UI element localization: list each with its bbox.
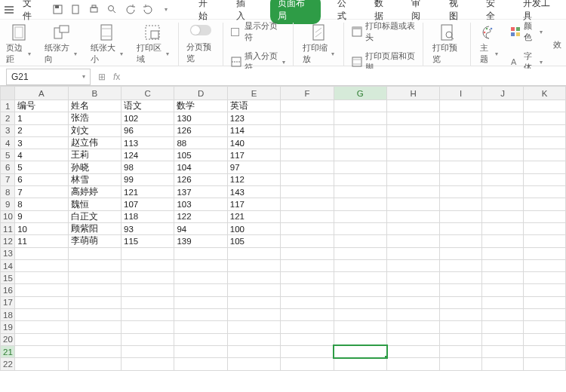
cell-K22[interactable] [524, 358, 566, 370]
cell-E21[interactable] [227, 345, 280, 357]
cell-K17[interactable] [524, 296, 566, 308]
cell-E20[interactable] [227, 333, 280, 345]
cell-H15[interactable] [387, 272, 440, 284]
cell-K19[interactable] [524, 321, 566, 333]
cell-B22[interactable] [68, 358, 121, 370]
cell-D14[interactable] [174, 259, 227, 271]
cell-G7[interactable] [334, 173, 386, 185]
cell-G1[interactable] [334, 100, 386, 112]
cell-H14[interactable] [387, 259, 440, 271]
cell-K7[interactable] [524, 173, 566, 185]
cell-F9[interactable] [281, 198, 334, 210]
cell-D19[interactable] [174, 321, 227, 333]
cell-H16[interactable] [387, 284, 440, 296]
cell-E10[interactable]: 121 [227, 210, 280, 222]
cell-D20[interactable] [174, 333, 227, 345]
cell-G12[interactable] [334, 235, 386, 247]
cell-A17[interactable] [15, 296, 68, 308]
cell-F17[interactable] [281, 296, 334, 308]
cell-I20[interactable] [440, 333, 481, 345]
cell-G8[interactable] [334, 186, 386, 198]
cell-D12[interactable]: 139 [174, 235, 227, 247]
undo-icon[interactable] [125, 5, 135, 15]
row-header-21[interactable]: 21 [1, 345, 15, 357]
cell-F8[interactable] [281, 186, 334, 198]
cell-J6[interactable] [481, 161, 523, 173]
fx-icon[interactable]: fx [113, 72, 120, 82]
cell-H5[interactable] [387, 149, 440, 161]
cell-E9[interactable]: 117 [227, 198, 280, 210]
cell-K13[interactable] [524, 247, 566, 259]
cell-F10[interactable] [281, 210, 334, 222]
cell-B14[interactable] [68, 259, 121, 271]
col-header-J[interactable]: J [481, 87, 523, 100]
cell-C19[interactable] [122, 321, 174, 333]
cell-E15[interactable] [227, 272, 280, 284]
cell-I3[interactable] [440, 124, 481, 136]
theme-effect-button[interactable]: 效 [553, 38, 561, 52]
cell-I13[interactable] [440, 247, 481, 259]
cell-G2[interactable] [334, 112, 386, 124]
cell-C9[interactable]: 107 [122, 198, 174, 210]
cell-F18[interactable] [281, 309, 334, 321]
cell-I11[interactable] [440, 222, 481, 234]
cell-D4[interactable]: 88 [174, 136, 227, 149]
theme-color-button[interactable]: 颜色▾ [510, 19, 543, 44]
cell-J11[interactable] [481, 222, 523, 234]
cell-A18[interactable] [15, 309, 68, 321]
cell-E19[interactable] [227, 321, 280, 333]
cell-E16[interactable] [227, 284, 280, 296]
cell-A12[interactable]: 11 [15, 235, 68, 247]
cell-C5[interactable]: 124 [122, 149, 174, 161]
row-header-19[interactable]: 19 [1, 321, 15, 333]
cell-I8[interactable] [440, 186, 481, 198]
orientation-button[interactable]: 纸张方向▾ [43, 23, 78, 66]
cell-J14[interactable] [481, 259, 523, 271]
cell-D17[interactable] [174, 296, 227, 308]
col-header-D[interactable]: D [174, 87, 227, 100]
col-header-A[interactable]: A [15, 87, 68, 100]
cell-A22[interactable] [15, 358, 68, 370]
cell-C3[interactable]: 96 [122, 124, 174, 136]
print-icon[interactable] [88, 5, 99, 15]
cell-I22[interactable] [440, 358, 481, 370]
cell-K5[interactable] [524, 149, 566, 161]
row-header-22[interactable]: 22 [1, 358, 15, 370]
cell-J8[interactable] [481, 186, 523, 198]
cell-B20[interactable] [68, 333, 121, 345]
cell-G18[interactable] [334, 309, 386, 321]
cell-J22[interactable] [481, 358, 523, 370]
print-preview-button[interactable]: 打印预览 [431, 23, 463, 66]
paper-size-button[interactable]: 纸张大小▾ [89, 23, 125, 66]
cell-F13[interactable] [281, 247, 334, 259]
cell-A10[interactable]: 9 [15, 210, 68, 222]
cell-K18[interactable] [524, 309, 566, 321]
cell-G9[interactable] [334, 198, 386, 210]
cell-J5[interactable] [481, 149, 523, 161]
cell-G20[interactable] [334, 333, 386, 345]
cell-E18[interactable] [227, 309, 280, 321]
cell-G6[interactable] [334, 161, 386, 173]
cell-I2[interactable] [440, 112, 481, 124]
cell-J20[interactable] [481, 333, 523, 345]
cell-J17[interactable] [481, 296, 523, 308]
page-break-preview-toggle[interactable] [190, 23, 211, 37]
cell-C4[interactable]: 113 [122, 136, 174, 149]
cell-G3[interactable] [334, 124, 386, 136]
cell-E8[interactable]: 143 [227, 186, 280, 198]
cell-D2[interactable]: 130 [174, 112, 227, 124]
cell-D5[interactable]: 105 [174, 149, 227, 161]
cell-C13[interactable] [122, 247, 174, 259]
cell-E13[interactable] [227, 247, 280, 259]
row-header-3[interactable]: 3 [1, 124, 15, 136]
row-header-11[interactable]: 11 [1, 222, 15, 234]
cell-G19[interactable] [334, 321, 386, 333]
cell-K14[interactable] [524, 259, 566, 271]
qa-dropdown-icon[interactable]: ▾ [161, 5, 171, 15]
cell-B9[interactable]: 魏恒 [68, 198, 121, 210]
cell-C21[interactable] [122, 345, 174, 357]
cell-H2[interactable] [387, 112, 440, 124]
cell-F12[interactable] [281, 235, 334, 247]
cell-D22[interactable] [174, 358, 227, 370]
cell-A15[interactable] [15, 272, 68, 284]
